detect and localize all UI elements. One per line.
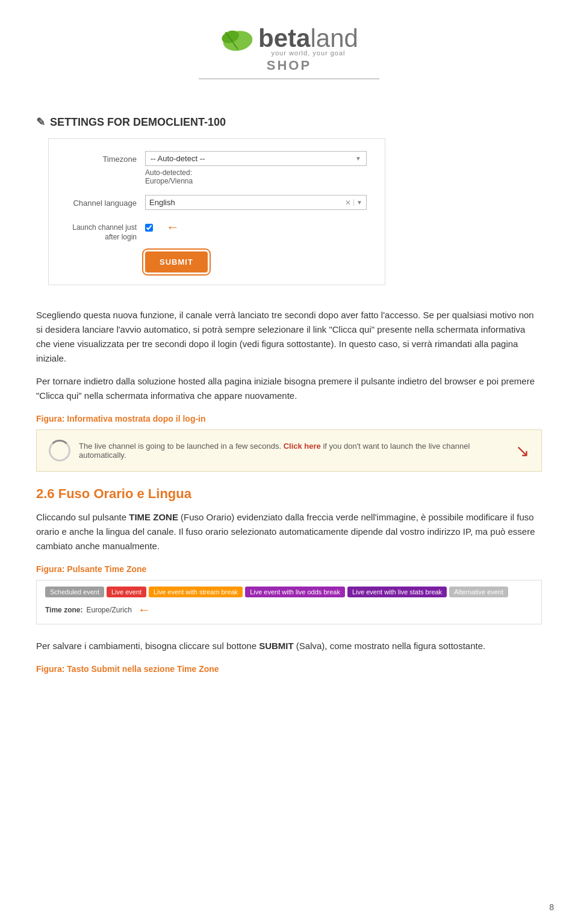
info-banner: The live channel is going to be launched… — [36, 430, 542, 472]
launch-channel-control: ← — [145, 220, 367, 235]
logo-container: beta land your world, your goal SHOP — [199, 24, 379, 79]
auto-detected-label: Auto-detected: — [145, 168, 192, 177]
channel-language-value: English — [149, 198, 175, 207]
btn-live-event[interactable]: Live event — [107, 587, 146, 597]
auto-detected-value: Europe/Vienna — [145, 177, 193, 185]
banner-text: The live channel is going to be launched… — [79, 442, 509, 460]
btn-stream-break[interactable]: Live event with stream break — [149, 587, 243, 597]
logo-tagline: your world, your goal — [258, 49, 358, 57]
section-title-text: Fuso Orario e Lingua — [58, 486, 191, 501]
submit-bold: SUBMIT — [259, 641, 294, 651]
figure2-caption: Figura: Pulsante Time Zone — [36, 564, 542, 574]
timzone-bold: TIME ZONE — [129, 512, 178, 522]
tz-value: Europe/Zurich — [86, 606, 131, 614]
logo-divider — [199, 78, 379, 79]
btn-alternative-event[interactable]: Alternative event — [449, 587, 508, 597]
launch-channel-checkbox[interactable] — [145, 224, 153, 232]
tz-row: Time zone: Europe/Zurich ← — [45, 602, 533, 618]
channel-language-control: English ✕ ▼ — [145, 195, 367, 210]
banner-link[interactable]: Click here — [284, 442, 321, 451]
logo-betaland: beta land your world, your goal — [199, 24, 379, 57]
logo-beta: beta — [258, 24, 310, 53]
spinner-icon — [49, 440, 70, 461]
settings-section: ✎ SETTINGS FOR DEMOCLIENT-100 Timezone -… — [36, 116, 542, 285]
timezone-dropdown[interactable]: -- Auto-detect -- ▼ — [145, 151, 367, 166]
banner-text1: The live channel is going to be launched… — [79, 442, 284, 451]
orange-arrow-icon: ← — [166, 220, 179, 235]
timezone-label: Timezone — [67, 151, 145, 164]
launch-channel-label: Launch channel just after login — [67, 220, 145, 242]
tz-buttons: Scheduled event Live event Live event wi… — [45, 587, 533, 597]
para3-prefix: Cliccando sul pulsante — [36, 512, 129, 522]
figure3-caption: Figura: Tasto Submit nella sezione Time … — [36, 664, 542, 674]
tz-arrow-icon: ← — [138, 602, 151, 618]
banner-arrow-icon: ↘ — [515, 441, 529, 461]
launch-channel-row: Launch channel just after login ← — [67, 220, 367, 242]
tz-label: Time zone: — [45, 606, 82, 614]
language-dropdown-arrow-icon: ▼ — [353, 199, 362, 206]
btn-live-odds[interactable]: Live event with live odds break — [245, 587, 345, 597]
auto-detected-info: Auto-detected: Europe/Vienna — [145, 168, 367, 185]
channel-language-label: Channel language — [67, 195, 145, 208]
edit-icon: ✎ — [36, 116, 45, 129]
settings-box: Timezone -- Auto-detect -- ▼ Auto-detect… — [48, 138, 385, 285]
timezone-control: -- Auto-detect -- ▼ Auto-detected: Europ… — [145, 151, 367, 185]
body-para2: Per tornare indietro dalla soluzione hos… — [36, 374, 542, 403]
logo-leaf-icon — [220, 27, 256, 54]
section-number: 2.6 — [36, 486, 55, 501]
settings-heading: SETTINGS FOR DEMOCLIENT-100 — [50, 116, 226, 129]
page-number: 8 — [549, 902, 554, 912]
channel-language-dropdown[interactable]: English ✕ ▼ — [145, 195, 367, 210]
clear-language-icon[interactable]: ✕ — [345, 199, 351, 207]
figure1-caption: Figura: Informativa mostrata dopo il log… — [36, 414, 542, 424]
logo-land: land — [310, 24, 358, 53]
tz-strip: Scheduled event Live event Live event wi… — [36, 580, 542, 624]
btn-scheduled-event[interactable]: Scheduled event — [45, 587, 104, 597]
timezone-row: Timezone -- Auto-detect -- ▼ Auto-detect… — [67, 151, 367, 185]
page-header: beta land your world, your goal SHOP — [36, 12, 542, 97]
timezone-selected-value: -- Auto-detect -- — [151, 154, 205, 163]
section-26-heading: 2.6 Fuso Orario e Lingua — [36, 486, 542, 502]
settings-title: ✎ SETTINGS FOR DEMOCLIENT-100 — [36, 116, 542, 129]
body-para4: Per salvare i cambiamenti, bisogna clicc… — [36, 639, 542, 653]
body-para1: Scegliendo questa nuova funzione, il can… — [36, 308, 542, 366]
dropdown-arrow-icon: ▼ — [355, 155, 361, 162]
btn-live-stats[interactable]: Live event with live stats break — [347, 587, 447, 597]
para4-prefix: Per salvare i cambiamenti, bisogna clicc… — [36, 641, 259, 651]
body-para3: Cliccando sul pulsante TIME ZONE (Fuso O… — [36, 510, 542, 553]
para4-suffix: (Salva), come mostrato nella figura sott… — [294, 641, 485, 651]
submit-button[interactable]: SUBMIT — [145, 251, 208, 273]
channel-language-row: Channel language English ✕ ▼ — [67, 195, 367, 210]
logo-shop: SHOP — [199, 58, 379, 73]
